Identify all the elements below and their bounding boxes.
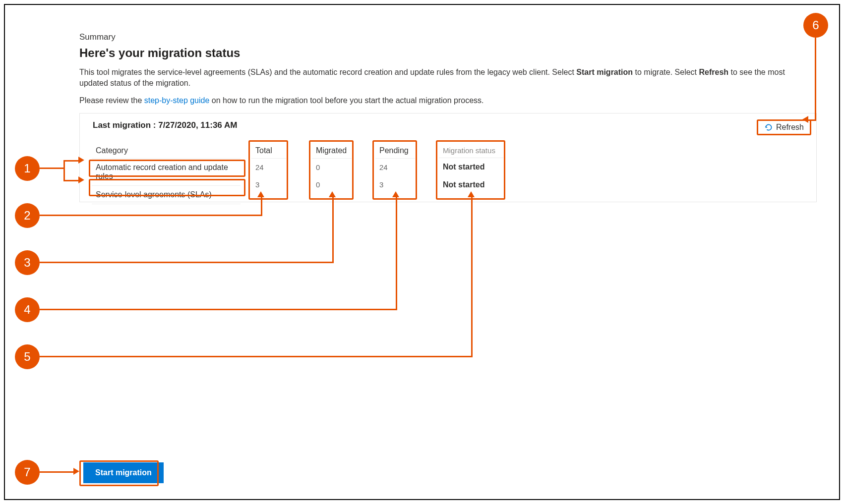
cell-pending-0: 24	[375, 159, 415, 176]
guide-pre: Please review the	[79, 96, 144, 105]
col-status: Migration status Not started Not started	[439, 143, 503, 194]
th-pending: Pending	[375, 143, 415, 159]
callout-7: 7	[15, 460, 40, 485]
refresh-button[interactable]: Refresh	[757, 119, 811, 135]
callout-3: 3	[15, 250, 40, 275]
th-status: Migration status	[439, 143, 503, 158]
last-migration-label-text: Last migration :	[93, 120, 156, 130]
col-total: Total 24 3	[251, 143, 286, 193]
step-by-step-guide-link[interactable]: step-by-step guide	[144, 96, 210, 105]
summary-label: Summary	[79, 32, 817, 42]
content-area: Summary Here's your migration status Thi…	[79, 32, 817, 202]
th-category: Category	[92, 143, 241, 159]
cell-total-1: 3	[251, 176, 286, 193]
col-category: Category Automatic record creation and u…	[92, 143, 241, 204]
callout-1: 1	[15, 156, 40, 181]
cell-status-0: Not started	[439, 158, 503, 176]
start-migration-label: Start migration	[95, 468, 152, 477]
col-migrated: Migrated 0 0	[312, 143, 352, 193]
callout-5: 5	[15, 344, 40, 369]
refresh-icon	[764, 123, 773, 132]
cell-migrated-1: 0	[312, 176, 352, 193]
description-text: This tool migrates the service-level agr…	[79, 67, 813, 89]
desc-pre: This tool migrates the service-level agr…	[79, 68, 576, 76]
desc-bold-refresh: Refresh	[699, 68, 728, 76]
callout-6: 6	[803, 13, 828, 38]
desc-mid: to migrate. Select	[633, 68, 699, 76]
guide-post: on how to run the migration tool before …	[209, 96, 483, 105]
app-frame: Summary Here's your migration status Thi…	[4, 4, 840, 500]
th-migrated: Migrated	[312, 143, 352, 159]
last-migration-time: 7/27/2020, 11:36 AM	[158, 120, 237, 130]
callout-3-num: 3	[24, 256, 30, 270]
cell-category-1[interactable]: Service-level agreements (SLAs)	[92, 186, 241, 204]
refresh-button-label: Refresh	[776, 123, 804, 132]
callout-7-num: 7	[24, 465, 30, 479]
callout-2: 2	[15, 203, 40, 228]
cell-status-1: Not started	[439, 176, 503, 194]
guide-line: Please review the step-by-step guide on …	[79, 95, 813, 106]
callout-1-num: 1	[24, 162, 30, 175]
last-migration-label: Last migration : 7/27/2020, 11:36 AM	[90, 120, 237, 130]
callout-4-num: 4	[24, 303, 30, 317]
callout-4: 4	[15, 297, 40, 322]
callout-5-num: 5	[24, 350, 30, 364]
cell-total-0: 24	[251, 159, 286, 176]
cell-category-0[interactable]: Automatic record creation and update rul…	[92, 159, 241, 186]
callout-6-num: 6	[812, 18, 819, 32]
col-pending: Pending 24 3	[375, 143, 415, 193]
desc-bold-start-migration: Start migration	[576, 68, 633, 76]
cell-migrated-0: 0	[312, 159, 352, 176]
migration-panel: Last migration : 7/27/2020, 11:36 AM Ref…	[79, 113, 817, 202]
page-title: Here's your migration status	[79, 46, 817, 60]
callout-2-num: 2	[24, 209, 30, 223]
start-migration-button[interactable]: Start migration	[83, 462, 164, 483]
th-total: Total	[251, 143, 286, 159]
panel-top-row: Last migration : 7/27/2020, 11:36 AM Ref…	[80, 113, 816, 137]
cell-pending-1: 3	[375, 176, 415, 193]
